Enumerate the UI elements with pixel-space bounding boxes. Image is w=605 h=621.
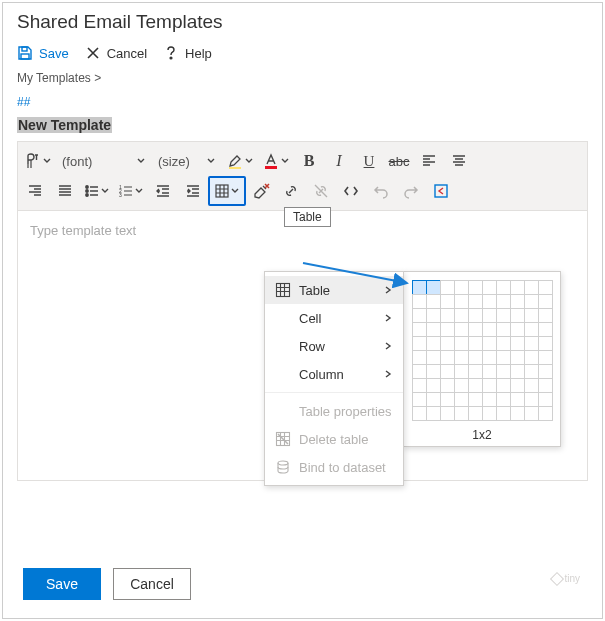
- grid-cell[interactable]: [454, 308, 469, 323]
- grid-cell[interactable]: [468, 294, 483, 309]
- grid-cell[interactable]: [468, 406, 483, 421]
- grid-cell[interactable]: [426, 378, 441, 393]
- grid-cell[interactable]: [538, 322, 553, 337]
- grid-cell[interactable]: [454, 392, 469, 407]
- grid-cell[interactable]: [482, 336, 497, 351]
- grid-cell[interactable]: [440, 392, 455, 407]
- grid-cell[interactable]: [524, 364, 539, 379]
- grid-cell[interactable]: [496, 392, 511, 407]
- grid-cell[interactable]: [454, 336, 469, 351]
- grid-cell[interactable]: [468, 322, 483, 337]
- grid-cell[interactable]: [538, 336, 553, 351]
- topbar-cancel-button[interactable]: Cancel: [85, 45, 147, 61]
- grid-cell[interactable]: [496, 308, 511, 323]
- grid-cell[interactable]: [510, 280, 525, 295]
- grid-cell[interactable]: [524, 392, 539, 407]
- grid-cell[interactable]: [440, 406, 455, 421]
- outdent-button[interactable]: [148, 176, 178, 206]
- clear-format-button[interactable]: [246, 176, 276, 206]
- grid-cell[interactable]: [524, 294, 539, 309]
- grid-cell[interactable]: [454, 350, 469, 365]
- grid-cell[interactable]: [468, 280, 483, 295]
- grid-cell[interactable]: [482, 280, 497, 295]
- grid-cell[interactable]: [454, 364, 469, 379]
- text-highlight-button[interactable]: [222, 146, 258, 176]
- grid-cell[interactable]: [538, 280, 553, 295]
- grid-cell[interactable]: [412, 322, 427, 337]
- menu-item-column[interactable]: Column: [265, 360, 403, 388]
- grid-cell[interactable]: [412, 308, 427, 323]
- grid-cell[interactable]: [524, 280, 539, 295]
- grid-cell[interactable]: [482, 322, 497, 337]
- grid-cell[interactable]: [468, 308, 483, 323]
- grid-cell[interactable]: [440, 336, 455, 351]
- grid-cell[interactable]: [468, 364, 483, 379]
- grid-cell[interactable]: [538, 392, 553, 407]
- italic-button[interactable]: I: [324, 146, 354, 176]
- grid-cell[interactable]: [482, 350, 497, 365]
- grid-cell[interactable]: [426, 392, 441, 407]
- grid-cell[interactable]: [412, 336, 427, 351]
- font-select[interactable]: (font): [56, 146, 152, 176]
- save-button[interactable]: Save: [23, 568, 101, 600]
- grid-cell[interactable]: [510, 378, 525, 393]
- grid-cell[interactable]: [426, 280, 441, 295]
- template-name-row[interactable]: New Template: [17, 117, 588, 133]
- size-select[interactable]: (size): [152, 146, 222, 176]
- grid-cell[interactable]: [482, 392, 497, 407]
- numbered-list-button[interactable]: 123: [114, 176, 148, 206]
- grid-cell[interactable]: [412, 392, 427, 407]
- grid-cell[interactable]: [538, 378, 553, 393]
- grid-cell[interactable]: [468, 336, 483, 351]
- grid-cell[interactable]: [468, 350, 483, 365]
- grid-cell[interactable]: [524, 322, 539, 337]
- align-center-button[interactable]: [444, 146, 474, 176]
- menu-item-row[interactable]: Row: [265, 332, 403, 360]
- grid-cell[interactable]: [454, 294, 469, 309]
- grid-cell[interactable]: [482, 294, 497, 309]
- grid-cell[interactable]: [454, 406, 469, 421]
- grid-cell[interactable]: [482, 406, 497, 421]
- grid-cell[interactable]: [454, 280, 469, 295]
- table-size-grid[interactable]: [412, 280, 552, 420]
- grid-cell[interactable]: [412, 378, 427, 393]
- grid-cell[interactable]: [426, 336, 441, 351]
- grid-cell[interactable]: [510, 322, 525, 337]
- grid-cell[interactable]: [440, 280, 455, 295]
- align-right-button[interactable]: [20, 176, 50, 206]
- table-button[interactable]: [208, 176, 246, 206]
- grid-cell[interactable]: [510, 294, 525, 309]
- grid-cell[interactable]: [482, 308, 497, 323]
- grid-cell[interactable]: [412, 406, 427, 421]
- grid-cell[interactable]: [524, 308, 539, 323]
- grid-cell[interactable]: [426, 350, 441, 365]
- grid-cell[interactable]: [496, 406, 511, 421]
- grid-cell[interactable]: [496, 336, 511, 351]
- grid-cell[interactable]: [440, 350, 455, 365]
- formatting-button[interactable]: [20, 146, 56, 176]
- grid-cell[interactable]: [496, 364, 511, 379]
- grid-cell[interactable]: [440, 364, 455, 379]
- grid-cell[interactable]: [454, 322, 469, 337]
- grid-cell[interactable]: [524, 406, 539, 421]
- grid-cell[interactable]: [412, 280, 427, 295]
- grid-cell[interactable]: [412, 294, 427, 309]
- underline-button[interactable]: U: [354, 146, 384, 176]
- grid-cell[interactable]: [426, 294, 441, 309]
- grid-cell[interactable]: [524, 350, 539, 365]
- insert-macro-button[interactable]: [426, 176, 456, 206]
- grid-cell[interactable]: [510, 308, 525, 323]
- code-button[interactable]: [336, 176, 366, 206]
- table-size-picker[interactable]: 1x2: [403, 271, 561, 447]
- grid-cell[interactable]: [426, 308, 441, 323]
- menu-item-cell[interactable]: Cell: [265, 304, 403, 332]
- grid-cell[interactable]: [524, 336, 539, 351]
- menu-item-table[interactable]: Table: [265, 276, 403, 304]
- topbar-save-button[interactable]: Save: [17, 45, 69, 61]
- breadcrumb[interactable]: My Templates >: [3, 71, 602, 91]
- grid-cell[interactable]: [538, 364, 553, 379]
- grid-cell[interactable]: [440, 322, 455, 337]
- grid-cell[interactable]: [510, 406, 525, 421]
- grid-cell[interactable]: [412, 364, 427, 379]
- text-color-button[interactable]: [258, 146, 294, 176]
